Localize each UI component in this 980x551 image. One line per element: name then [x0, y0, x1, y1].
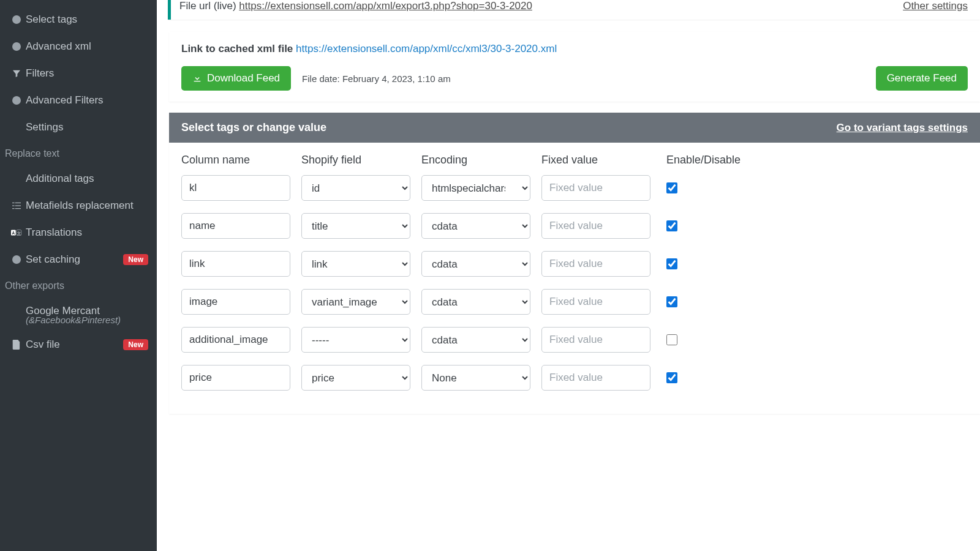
sidebar-item-label: Set caching: [26, 253, 123, 266]
sidebar-item-set-caching[interactable]: Set caching New: [0, 246, 157, 273]
sidebar-item-additional-tags[interactable]: Additional tags: [0, 165, 157, 192]
table-row: -----cdata: [181, 327, 968, 353]
sidebar-item-advanced-filters[interactable]: Advanced Filters: [0, 87, 157, 114]
svg-rect-1: [15, 203, 21, 203]
fixed-value-input[interactable]: [541, 365, 650, 391]
sidebar-item-filters[interactable]: Filters: [0, 60, 157, 87]
svg-text:文: 文: [17, 231, 21, 235]
column-headers: Column name Shopify field Encoding Fixed…: [181, 154, 968, 167]
table-row: linkcdata: [181, 251, 968, 277]
circle-icon: [9, 255, 24, 264]
sidebar-item-label: Additional tags: [26, 173, 148, 185]
column-name-input[interactable]: [181, 289, 290, 315]
sidebar-item-metafields[interactable]: Metafields replacement: [0, 192, 157, 219]
live-url-link[interactable]: https://extensionsell.com/app/xml/export…: [239, 0, 532, 12]
live-url-text: File url (live) https://extensionsell.co…: [179, 0, 532, 12]
table-row: variant_imagecdata: [181, 289, 968, 315]
enable-checkbox[interactable]: [666, 258, 677, 269]
circle-icon: [9, 96, 24, 105]
sidebar-item-google-merchant[interactable]: Google Mercant: [0, 298, 157, 318]
enable-checkbox[interactable]: [666, 182, 677, 193]
generate-feed-button[interactable]: Generate Feed: [876, 66, 968, 91]
download-feed-button[interactable]: Download Feed: [181, 66, 291, 91]
header-column-name: Column name: [181, 154, 290, 167]
svg-text:A: A: [12, 231, 15, 235]
svg-rect-4: [12, 208, 15, 209]
other-settings-link[interactable]: Other settings: [903, 0, 968, 12]
tags-table-card: Select tags or change value Go to varian…: [169, 113, 980, 414]
svg-rect-2: [12, 205, 15, 206]
header-enable-disable: Enable/Disable: [666, 154, 758, 167]
controls-row: Download Feed File date: February 4, 202…: [181, 66, 968, 91]
sidebar-item-label: Filters: [26, 67, 148, 80]
fixed-value-input[interactable]: [541, 327, 650, 353]
sidebar-item-select-tags[interactable]: Select tags: [0, 6, 157, 33]
sidebar-item-label: Google Mercant: [26, 305, 148, 317]
file-icon: [9, 340, 24, 350]
encoding-select[interactable]: cdata: [421, 327, 530, 353]
table-row: titlecdata: [181, 213, 968, 239]
list-icon: [9, 201, 24, 210]
header-encoding: Encoding: [421, 154, 530, 167]
column-name-input[interactable]: [181, 365, 290, 391]
sidebar-item-label: Advanced Filters: [26, 94, 148, 107]
download-icon: [192, 73, 202, 83]
sidebar-item-advanced-xml[interactable]: Advanced xml: [0, 33, 157, 60]
sidebar-header-replace: Replace text: [0, 141, 157, 165]
column-name-input[interactable]: [181, 327, 290, 353]
sidebar-item-settings[interactable]: Settings: [0, 114, 157, 141]
table-row: idhtmlspecialchars: [181, 175, 968, 201]
column-name-input[interactable]: [181, 175, 290, 201]
fixed-value-input[interactable]: [541, 289, 650, 315]
fixed-value-input[interactable]: [541, 175, 650, 201]
circle-icon: [9, 42, 24, 51]
sidebar-item-label: Advanced xml: [26, 40, 148, 53]
new-badge: New: [123, 254, 148, 265]
sidebar: Select tags Advanced xml Filters Advance…: [0, 0, 157, 551]
fixed-value-input[interactable]: [541, 213, 650, 239]
encoding-select[interactable]: cdata: [421, 213, 530, 239]
svg-rect-0: [12, 203, 15, 203]
column-name-input[interactable]: [181, 213, 290, 239]
generate-feed-label: Generate Feed: [887, 72, 957, 84]
enable-checkbox[interactable]: [666, 334, 677, 345]
language-icon: A文: [9, 228, 24, 237]
live-url-banner: File url (live) https://extensionsell.co…: [168, 0, 980, 20]
section-title: Select tags or change value: [181, 121, 326, 134]
tags-table-header: Select tags or change value Go to varian…: [169, 113, 980, 143]
tags-table-body: Column name Shopify field Encoding Fixed…: [169, 143, 980, 414]
shopify-field-select[interactable]: -----: [301, 327, 410, 353]
shopify-field-select[interactable]: variant_image: [301, 289, 410, 315]
cached-url-label: Link to cached xml file: [181, 43, 296, 54]
main-content: File url (live) https://extensionsell.co…: [157, 0, 980, 551]
sidebar-item-label: Metafields replacement: [26, 200, 148, 212]
cached-url-text: Link to cached xml file https://extensio…: [181, 43, 968, 55]
encoding-select[interactable]: None: [421, 365, 530, 391]
table-row: priceNone: [181, 365, 968, 391]
sidebar-item-translations[interactable]: A文 Translations: [0, 219, 157, 246]
encoding-select[interactable]: cdata: [421, 251, 530, 277]
sidebar-item-label: Select tags: [26, 13, 148, 26]
variant-tags-link[interactable]: Go to variant tags settings: [837, 122, 968, 134]
cached-controls-card: Link to cached xml file https://extensio…: [169, 32, 980, 102]
shopify-field-select[interactable]: price: [301, 365, 410, 391]
fixed-value-input[interactable]: [541, 251, 650, 277]
svg-rect-5: [15, 208, 21, 209]
filter-icon: [9, 69, 24, 78]
header-shopify-field: Shopify field: [301, 154, 410, 167]
enable-checkbox[interactable]: [666, 372, 677, 383]
new-badge: New: [123, 339, 148, 350]
shopify-field-select[interactable]: link: [301, 251, 410, 277]
sidebar-item-label: Translations: [26, 227, 148, 239]
shopify-field-select[interactable]: title: [301, 213, 410, 239]
enable-checkbox[interactable]: [666, 296, 677, 307]
sidebar-item-csv-file[interactable]: Csv file New: [0, 331, 157, 358]
shopify-field-select[interactable]: id: [301, 175, 410, 201]
column-name-input[interactable]: [181, 251, 290, 277]
encoding-select[interactable]: cdata: [421, 289, 530, 315]
encoding-select[interactable]: htmlspecialchars: [421, 175, 530, 201]
enable-checkbox[interactable]: [666, 220, 677, 231]
svg-rect-3: [15, 205, 21, 206]
cached-url-link[interactable]: https://extensionsell.com/app/xml/cc/xml…: [296, 43, 557, 54]
sidebar-header-other: Other exports: [0, 273, 157, 298]
